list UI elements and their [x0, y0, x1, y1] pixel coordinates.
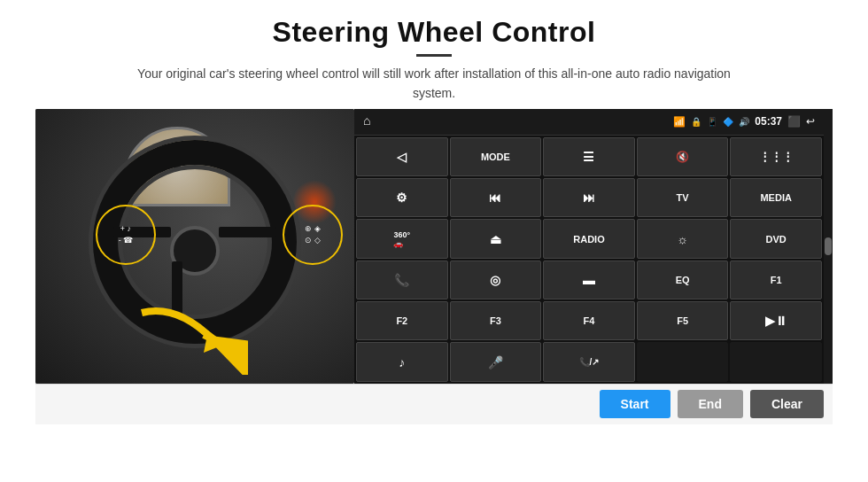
mic-button[interactable]: 🎤 — [450, 342, 542, 381]
screen-icon: ⬛ — [787, 115, 801, 128]
settings-button[interactable]: ⚙ — [356, 178, 448, 217]
empty2 — [730, 342, 822, 381]
page-subtitle: Your original car's steering wheel contr… — [124, 64, 744, 104]
scroll-indicator — [824, 109, 833, 384]
screen-btn-icon: ▬ — [583, 273, 595, 287]
f4-label: F4 — [584, 315, 595, 326]
mode-label: MODE — [481, 152, 510, 162]
next-icon: ⏭ — [583, 190, 595, 205]
arrow-icon — [124, 295, 248, 375]
phone-icon: 📞 — [394, 273, 409, 287]
dvd-label: DVD — [766, 234, 787, 245]
scroll-thumb[interactable] — [825, 237, 832, 255]
eq-button[interactable]: EQ — [637, 260, 729, 299]
f2-button[interactable]: F2 — [356, 301, 448, 340]
page-container: Steering Wheel Control Your original car… — [0, 0, 868, 482]
f3-label: F3 — [490, 315, 501, 326]
eq-label: EQ — [676, 275, 690, 285]
wifi-icon: 📶 — [673, 116, 686, 128]
list-button[interactable]: ☰ — [543, 137, 635, 176]
f5-label: F5 — [677, 315, 688, 326]
apps-icon: ⋮⋮⋮ — [759, 150, 794, 163]
steering-wheel-image: + ♪ - ☎ ⊕ ◈ ⊙ ◇ — [35, 109, 354, 384]
prev-button[interactable]: ⏮ — [450, 178, 542, 217]
status-bar-right: 📶 🔒 📱 🔷 🔊 05:37 ⬛ ↩ — [673, 115, 815, 128]
lock-icon: 🔒 — [691, 117, 701, 127]
status-bar: ⌂ 📶 🔒 📱 🔷 🔊 05:37 ⬛ ↩ — [354, 109, 824, 136]
prev-icon: ⏮ — [489, 190, 501, 205]
f2-label: F2 — [396, 315, 407, 326]
cam360-icon: 360°🚗 — [393, 230, 410, 248]
brightness-button[interactable]: ☼ — [637, 219, 729, 258]
radio-label: RADIO — [573, 234, 604, 245]
music-button[interactable]: ♪ — [356, 342, 448, 381]
radio-button[interactable]: RADIO — [543, 219, 635, 258]
brightness-icon: ☼ — [677, 232, 688, 246]
back-icon: ↩ — [806, 115, 815, 128]
list-icon: ☰ — [583, 150, 594, 164]
media-label: MEDIA — [760, 192, 791, 203]
clear-button[interactable]: Clear — [750, 390, 824, 418]
bluetooth-icon: 🔷 — [723, 117, 733, 127]
time-display: 05:37 — [755, 115, 782, 128]
f3-button[interactable]: F3 — [450, 301, 542, 340]
dvd-button[interactable]: DVD — [730, 219, 822, 258]
navi-button[interactable]: ◎ — [450, 260, 542, 299]
panel-wrapper: + ♪ - ☎ ⊕ ◈ ⊙ ◇ — [35, 109, 833, 384]
f1-button[interactable]: F1 — [730, 260, 822, 299]
page-title: Steering Wheel Control — [124, 16, 744, 49]
tv-label: TV — [677, 192, 689, 203]
title-section: Steering Wheel Control Your original car… — [124, 16, 744, 104]
f5-button[interactable]: F5 — [637, 301, 729, 340]
media-button[interactable]: MEDIA — [730, 178, 822, 217]
phonecall-button[interactable]: 📞/↗ — [543, 342, 635, 381]
start-button[interactable]: Start — [600, 390, 670, 418]
navi-icon: ◎ — [490, 273, 500, 287]
mode-button[interactable]: MODE — [450, 137, 542, 176]
phone-button[interactable]: 📞 — [356, 260, 448, 299]
tv-button[interactable]: TV — [637, 178, 729, 217]
phonecall-icon: 📞/↗ — [579, 357, 600, 367]
music-icon: ♪ — [399, 355, 405, 369]
control-panel: ⌂ 📶 🔒 📱 🔷 🔊 05:37 ⬛ ↩ — [354, 109, 824, 384]
mute-icon: 🔇 — [676, 151, 689, 163]
send-button[interactable]: ◁ — [356, 137, 448, 176]
button-grid: ◁ MODE ☰ 🔇 ⋮⋮⋮ ⚙ ⏮ ⏭ TV MEDIA 360°🚗 ⏏ RA… — [354, 136, 824, 384]
next-button[interactable]: ⏭ — [543, 178, 635, 217]
volume-icon: 🔊 — [739, 117, 749, 127]
apps-button[interactable]: ⋮⋮⋮ — [730, 137, 822, 176]
mute-button[interactable]: 🔇 — [637, 137, 729, 176]
content-wrapper: + ♪ - ☎ ⊕ ◈ ⊙ ◇ — [35, 109, 833, 424]
empty1 — [637, 342, 729, 381]
f1-label: F1 — [771, 275, 782, 285]
eject-button[interactable]: ⏏ — [450, 219, 542, 258]
send-icon: ◁ — [397, 150, 407, 164]
eject-icon: ⏏ — [490, 232, 501, 246]
bottom-bar: Start End Clear — [35, 384, 833, 424]
sim-icon: 📱 — [707, 117, 717, 127]
title-divider — [416, 54, 452, 57]
f4-button[interactable]: F4 — [543, 301, 635, 340]
settings-icon: ⚙ — [396, 190, 407, 205]
playpause-icon: ▶⏸ — [765, 314, 787, 328]
cam360-button[interactable]: 360°🚗 — [356, 219, 448, 258]
status-bar-left: ⌂ — [363, 114, 370, 128]
mic-icon: 🎤 — [488, 355, 503, 369]
end-button[interactable]: End — [678, 390, 743, 418]
screen-btn[interactable]: ▬ — [543, 260, 635, 299]
playpause-button[interactable]: ▶⏸ — [730, 301, 822, 340]
home-icon: ⌂ — [363, 114, 370, 128]
